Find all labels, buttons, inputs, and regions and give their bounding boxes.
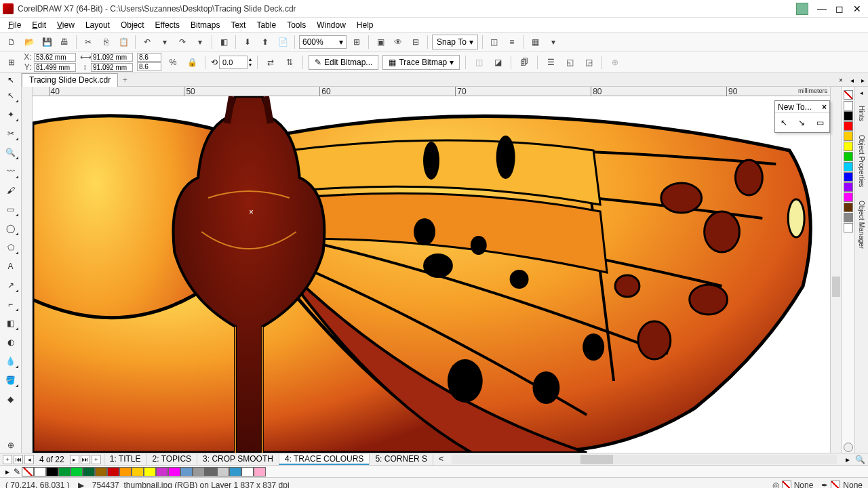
- menu-table[interactable]: Table: [252, 19, 280, 31]
- interactive-fill-tool[interactable]: 🪣: [3, 373, 19, 388]
- next-page-button[interactable]: ▸: [70, 455, 79, 464]
- palette-swatch[interactable]: [844, 121, 853, 131]
- artistic-media-tool[interactable]: 🖌: [3, 183, 19, 198]
- drawing-canvas[interactable]: ×: [33, 96, 830, 453]
- y-position-input[interactable]: [34, 63, 76, 72]
- palette-swatch[interactable]: [844, 152, 853, 161]
- launch-dropdown[interactable]: ▾: [546, 35, 561, 49]
- palette-swatch[interactable]: [217, 467, 229, 476]
- to-back-button[interactable]: ◲: [581, 55, 596, 70]
- zoom-tool[interactable]: 🔍: [3, 145, 19, 160]
- menu-layout[interactable]: Layout: [81, 19, 114, 31]
- palette-swatch[interactable]: [180, 467, 193, 476]
- palette-swatch[interactable]: [46, 467, 58, 476]
- outline-indicator[interactable]: ✒ None: [821, 481, 863, 489]
- text-tool[interactable]: A: [3, 259, 19, 274]
- palette-swatch[interactable]: [205, 467, 217, 476]
- tab-close-icon[interactable]: ×: [835, 73, 846, 87]
- docker-hints[interactable]: Hints: [856, 102, 867, 125]
- cut-button[interactable]: ✂: [81, 35, 96, 49]
- palette-swatch[interactable]: [844, 162, 853, 171]
- rectangle-tool[interactable]: ▭: [3, 202, 19, 217]
- page-tab[interactable]: 4: TRACE COLOURS: [279, 454, 369, 465]
- show-grid-button[interactable]: ⊟: [408, 35, 423, 49]
- redo-dropdown[interactable]: ▾: [193, 35, 208, 49]
- ellipse-tool[interactable]: ◯: [3, 221, 19, 236]
- palette-swatch[interactable]: [119, 467, 132, 476]
- palette-swatch[interactable]: [844, 213, 853, 222]
- palette-swatch[interactable]: [844, 203, 853, 212]
- palette-swatch[interactable]: [844, 142, 853, 151]
- palette-swatch[interactable]: [229, 467, 241, 476]
- palette-menu-icon[interactable]: ▸: [3, 467, 12, 476]
- palette-swatch[interactable]: [132, 467, 144, 476]
- lock-ratio-button[interactable]: 🔒: [184, 55, 199, 70]
- hint-page-icon[interactable]: ▭: [816, 118, 824, 127]
- crop-button[interactable]: ◫: [471, 55, 486, 70]
- menu-object[interactable]: Object: [117, 19, 149, 31]
- palette-swatch[interactable]: [107, 467, 119, 476]
- import-button[interactable]: ⬇: [240, 35, 255, 49]
- connector-tool[interactable]: ⌐: [3, 297, 19, 312]
- first-page-button[interactable]: ⏮: [14, 455, 23, 464]
- page-scroll-right[interactable]: ▸: [842, 455, 853, 464]
- align-button[interactable]: ≡: [505, 35, 519, 49]
- save-button[interactable]: 💾: [39, 35, 54, 49]
- palette-swatch[interactable]: [844, 192, 853, 202]
- open-button[interactable]: 📂: [22, 35, 37, 49]
- menu-bitmaps[interactable]: Bitmaps: [186, 19, 224, 31]
- wrap-text-button[interactable]: 🗐: [517, 55, 532, 70]
- mirror-v-button[interactable]: ⇅: [282, 55, 297, 70]
- hint-select-icon[interactable]: ↘: [798, 118, 805, 127]
- width-input[interactable]: [91, 53, 133, 62]
- docker-object-properties[interactable]: Object Properties: [856, 131, 867, 191]
- drop-shadow-tool[interactable]: ◧: [3, 316, 19, 331]
- scale-x-input[interactable]: [137, 53, 161, 62]
- x-position-input[interactable]: [34, 53, 76, 62]
- new-button[interactable]: 🗋: [4, 35, 19, 49]
- mirror-h-button[interactable]: ⇄: [263, 55, 278, 70]
- close-button[interactable]: ✕: [849, 3, 865, 15]
- add-page-after-button[interactable]: +: [92, 455, 101, 464]
- tab-scroll-right[interactable]: ▸: [857, 73, 868, 87]
- zoom-combo[interactable]: 600%▾: [299, 35, 347, 49]
- smart-fill-tool[interactable]: ◆: [3, 392, 19, 407]
- options-button[interactable]: ◫: [487, 35, 502, 49]
- undo-dropdown[interactable]: ▾: [157, 35, 172, 49]
- page-tab[interactable]: 3: CROP SMOOTH: [197, 454, 279, 465]
- pick-tool-corner[interactable]: ↖: [0, 73, 22, 87]
- docker-collapse-icon[interactable]: ◂: [860, 89, 863, 96]
- polygon-tool[interactable]: ⬠: [3, 240, 19, 255]
- resample-button[interactable]: ◪: [490, 55, 505, 70]
- palette-swatch[interactable]: [844, 223, 853, 232]
- menu-effects[interactable]: Effects: [151, 19, 184, 31]
- horizontal-scrollbar[interactable]: [452, 455, 837, 464]
- palette-swatch[interactable]: [58, 467, 71, 476]
- height-input[interactable]: [91, 63, 133, 72]
- menu-edit[interactable]: Edit: [28, 19, 50, 31]
- export-button[interactable]: ⬆: [258, 35, 273, 49]
- add-document-tab[interactable]: +: [118, 74, 132, 86]
- palette-swatch[interactable]: [193, 467, 205, 476]
- menu-tools[interactable]: Tools: [283, 19, 310, 31]
- launch-button[interactable]: ▦: [528, 35, 543, 49]
- palette-swatch[interactable]: [34, 467, 46, 476]
- palette-none[interactable]: [22, 467, 34, 476]
- trace-bitmap-button[interactable]: ▦ Trace Bitmap ▾: [382, 55, 460, 70]
- menu-window[interactable]: Window: [313, 19, 350, 31]
- scale-y-input[interactable]: [137, 62, 161, 71]
- order-button[interactable]: ☰: [543, 55, 558, 70]
- edit-bitmap-button[interactable]: ✎ Edit Bitmap...: [309, 55, 378, 70]
- rotation-input[interactable]: [219, 56, 248, 69]
- page-tab[interactable]: 2: TOPICS: [146, 454, 197, 465]
- quick-customize-button[interactable]: ⊕: [3, 438, 19, 453]
- paste-button[interactable]: 📋: [116, 35, 131, 49]
- fullscreen-button[interactable]: ▣: [373, 35, 388, 49]
- parallel-dim-tool[interactable]: ↗: [3, 278, 19, 293]
- add-page-button[interactable]: +: [3, 455, 12, 464]
- palette-eyedropper-icon[interactable]: ✎: [12, 467, 22, 476]
- notification-icon[interactable]: [796, 3, 808, 15]
- minimize-button[interactable]: —: [814, 3, 830, 15]
- eyedropper-tool[interactable]: 💧: [3, 354, 19, 369]
- page-tab[interactable]: 5: CORNER S: [369, 454, 433, 465]
